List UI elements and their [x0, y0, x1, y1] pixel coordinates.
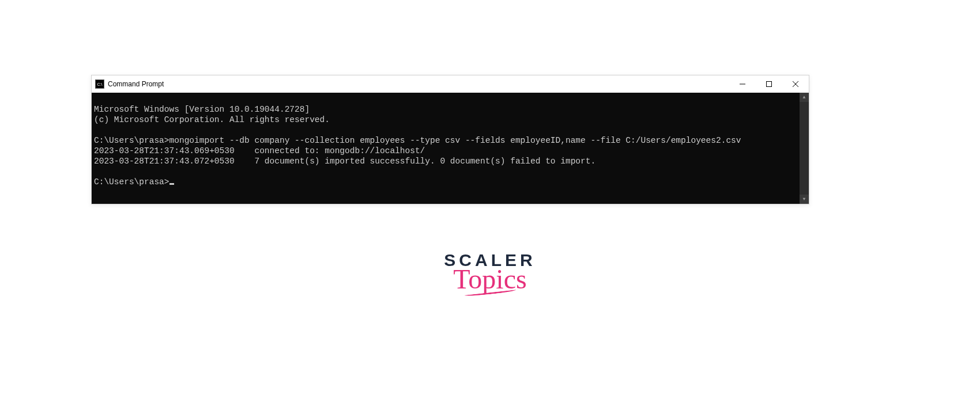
cursor-icon [169, 183, 174, 185]
scaler-topics-logo: SCALER Topics [444, 250, 536, 294]
cmd-icon: C:\ [95, 79, 104, 89]
maximize-button[interactable] [756, 75, 782, 93]
window-title: Command Prompt [108, 80, 164, 88]
console-line: 2023-03-28T21:37:43.072+0530 7 document(… [94, 157, 595, 166]
window-controls [729, 75, 809, 93]
console-prompt: C:\Users\prasa> [94, 177, 169, 187]
scroll-up-icon[interactable]: ▲ [800, 93, 809, 102]
logo-line2: Topics [444, 265, 536, 293]
console-area[interactable]: Microsoft Windows [Version 10.0.19044.27… [92, 93, 809, 204]
console-line: C:\Users\prasa>mongoimport --db company … [94, 136, 741, 145]
console-line: (c) Microsoft Corporation. All rights re… [94, 115, 330, 124]
console-line: Microsoft Windows [Version 10.0.19044.27… [94, 105, 310, 114]
scrollbar[interactable]: ▲ ▼ [800, 93, 809, 204]
scroll-down-icon[interactable]: ▼ [800, 195, 809, 204]
command-prompt-window: C:\ Command Prompt Microsoft Windows [Ve… [91, 75, 809, 204]
titlebar[interactable]: C:\ Command Prompt [92, 75, 809, 93]
console-line: 2023-03-28T21:37:43.069+0530 connected t… [94, 146, 425, 155]
svg-rect-1 [767, 82, 772, 87]
minimize-button[interactable] [729, 75, 756, 93]
close-button[interactable] [782, 75, 809, 93]
